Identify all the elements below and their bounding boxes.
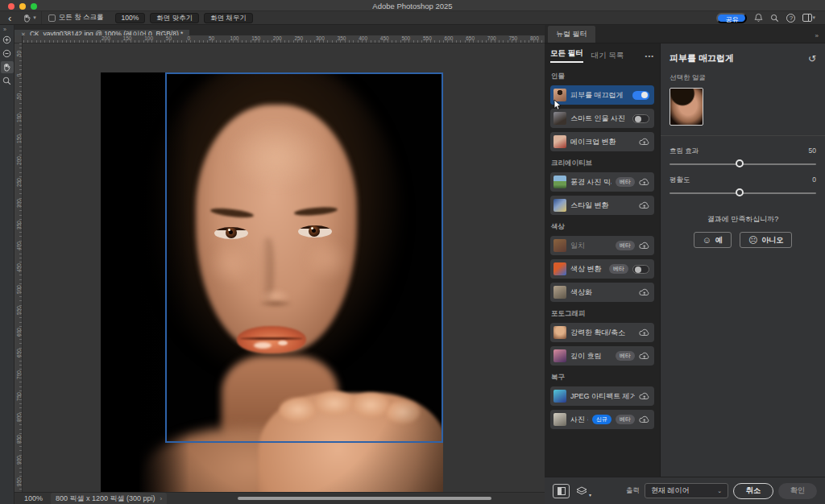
horizontal-scrollbar[interactable] xyxy=(238,497,491,500)
ruler-label: 350 xyxy=(338,35,346,41)
fit-screen-button[interactable]: 화면 맞추기 xyxy=(150,13,199,23)
hand-icon xyxy=(23,14,31,23)
ruler-label: 650 xyxy=(466,35,475,41)
neural-filters-panel: 뉴럴 필터 » 모든 필터 대기 목록 ••• 인물피부를 매끄럽게스마트 인물… xyxy=(545,25,825,504)
filter-item-photo-restoration[interactable]: 사진 복구신규베타 xyxy=(550,410,654,429)
filter-item-jpeg-artifacts[interactable]: JPEG 아티팩트 제거 xyxy=(550,386,654,406)
cloud-download-icon[interactable] xyxy=(639,242,649,250)
confirm-button[interactable]: 확인 xyxy=(778,483,817,499)
split-view-icon xyxy=(558,487,566,495)
layers-icon[interactable]: ▾ xyxy=(576,486,587,496)
ruler-label: 250 xyxy=(16,177,22,187)
smile-icon: ☺ xyxy=(703,235,711,245)
zoom-out-tool[interactable] xyxy=(1,48,14,60)
slider-track[interactable] xyxy=(670,192,816,194)
filter-section-title: 인물 xyxy=(551,72,653,81)
slider-value: 50 xyxy=(809,147,816,156)
zoom-in-tool[interactable] xyxy=(1,34,14,46)
cloud-download-icon[interactable] xyxy=(639,178,649,186)
cloud-download-icon[interactable] xyxy=(639,328,649,337)
slider-knob[interactable] xyxy=(736,188,744,196)
status-zoom-level[interactable]: 100% xyxy=(15,494,51,502)
slider-value: 0 xyxy=(812,176,816,185)
filter-label: 색상화 xyxy=(570,287,635,298)
cloud-download-icon[interactable] xyxy=(639,138,649,146)
collapse-panel-icon[interactable]: » xyxy=(815,32,825,43)
cloud-download-icon[interactable] xyxy=(639,352,649,360)
ruler-label: 500 xyxy=(401,35,410,41)
zoom-100-button[interactable]: 100% xyxy=(115,13,146,23)
ruler-label: 700 xyxy=(487,35,496,41)
ruler-label: 150 xyxy=(123,35,132,41)
options-bar: ‹ ▾ 모든 창 스크롤 100% 화면 맞추기 화면 채우기 공유 ? ▾ xyxy=(0,11,825,25)
cloud-download-icon[interactable] xyxy=(639,201,649,209)
more-options-icon[interactable]: ••• xyxy=(645,52,654,60)
cloud-download-icon[interactable] xyxy=(639,392,649,400)
horizontal-ruler[interactable]: 2001501005005010015020025030035040045050… xyxy=(15,35,545,43)
preview-compare-button[interactable] xyxy=(553,484,570,498)
filter-item-smart-portrait[interactable]: 스마트 인물 사진 xyxy=(550,109,654,128)
filter-toggle[interactable] xyxy=(632,265,649,274)
ruler-label: 550 xyxy=(423,35,432,41)
panel-footer: ▾ 출력 현재 레이어 ⌄ 취소 확인 xyxy=(545,477,825,504)
ruler-label: 200 xyxy=(16,156,22,166)
ruler-label: 750 xyxy=(508,35,517,41)
cloud-download-icon[interactable] xyxy=(639,288,649,296)
portrait-photo[interactable] xyxy=(101,72,443,492)
tab-all-filters[interactable]: 모든 필터 xyxy=(550,48,583,63)
document-info[interactable]: 800 픽셀 x 1200 픽셀 (300 ppi) › xyxy=(51,493,167,504)
filter-item-harmonization[interactable]: 일치베타 xyxy=(550,236,654,255)
cancel-button[interactable]: 취소 xyxy=(733,483,773,499)
filter-item-color-transfer[interactable]: 색상 변환베타 xyxy=(550,259,654,279)
filter-thumbnail xyxy=(553,349,566,362)
notifications-bell-icon[interactable] xyxy=(754,13,763,23)
back-arrow-icon[interactable]: ‹ xyxy=(0,12,18,24)
feedback-yes-button[interactable]: ☺ 예 xyxy=(694,232,732,248)
filter-label: 메이크업 변환 xyxy=(570,137,635,147)
slider-knob[interactable] xyxy=(736,159,744,167)
face-selection-rectangle xyxy=(165,72,443,443)
ruler-label: 100 xyxy=(230,35,239,41)
beta-badge: 베타 xyxy=(616,351,635,361)
hand-tool[interactable] xyxy=(1,61,14,73)
chevron-down-icon: ▾ xyxy=(589,492,591,498)
scroll-all-windows-label: 모든 창 스크롤 xyxy=(59,13,104,23)
filter-section-title: 복구 xyxy=(551,373,653,382)
canvas[interactable] xyxy=(23,43,545,492)
filter-item-depth-blur[interactable]: 깊이 흐림베타 xyxy=(550,346,654,366)
cloud-download-icon[interactable] xyxy=(639,415,649,423)
workspace-switcher[interactable]: ▾ xyxy=(802,14,815,22)
filter-toggle[interactable] xyxy=(632,114,649,123)
filter-label: 스마트 인물 사진 xyxy=(570,114,628,124)
feedback-no-button[interactable]: ☹ 아니오 xyxy=(740,232,792,248)
share-button[interactable]: 공유 xyxy=(716,13,747,23)
ruler-label: 300 xyxy=(316,35,325,41)
tab-waitlist[interactable]: 대기 목록 xyxy=(591,51,624,61)
selected-face-thumbnail[interactable] xyxy=(670,88,703,126)
fill-screen-button[interactable]: 화면 채우기 xyxy=(204,13,253,23)
help-icon[interactable]: ? xyxy=(786,14,795,23)
ruler-label: 50 xyxy=(16,92,22,101)
slider-label: 흐림 효과 xyxy=(670,147,699,156)
filter-item-makeup-transfer[interactable]: 메이크업 변환 xyxy=(550,132,654,151)
output-dropdown[interactable]: 현재 레이어 ⌄ xyxy=(645,483,728,498)
filter-item-style-transfer[interactable]: 스타일 변환 xyxy=(550,196,654,215)
search-icon[interactable] xyxy=(770,14,779,23)
filter-item-landscape-mixer[interactable]: 풍경 사진 믹서베타 xyxy=(550,172,654,192)
filter-toggle[interactable] xyxy=(632,91,649,100)
filter-item-colorize[interactable]: 색상화 xyxy=(550,283,654,302)
slider-label: 평활도 xyxy=(670,176,690,185)
ruler-label: 0 xyxy=(16,70,22,80)
slider-track[interactable] xyxy=(670,163,816,165)
filter-item-smooth-skin[interactable]: 피부를 매끄럽게 xyxy=(550,85,654,105)
filter-item-super-zoom[interactable]: 강력한 확대/축소 xyxy=(550,323,654,342)
hand-tool-preset[interactable]: ▾ xyxy=(18,11,42,24)
beta-badge: 베타 xyxy=(609,264,628,274)
scroll-all-windows-checkbox[interactable]: 모든 창 스크롤 xyxy=(42,13,110,23)
vertical-ruler[interactable]: 5005010015020025030035040045050055060065… xyxy=(15,43,23,492)
chevron-down-icon: ▾ xyxy=(812,14,815,21)
reset-filter-icon[interactable]: ↺ xyxy=(808,53,816,64)
zoom-tool[interactable] xyxy=(1,75,14,87)
expand-panel-icon[interactable]: » xyxy=(0,25,14,32)
neural-filters-tab[interactable]: 뉴럴 필터 xyxy=(548,26,595,43)
